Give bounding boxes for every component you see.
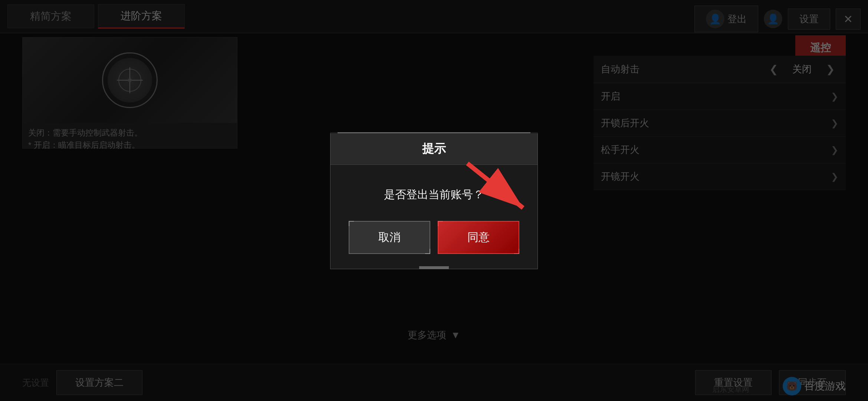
modal-message: 是否登出当前账号？ [345,187,523,202]
modal-cancel-button[interactable]: 取消 [349,221,430,254]
modal-notch-bottom [419,266,449,269]
modal-overlay: 提示 是否登出当前账号？ 取消 同意 [0,0,868,401]
modal-buttons: 取消 同意 [345,221,523,254]
modal-confirm-button[interactable]: 同意 [438,221,519,254]
modal-body: 是否登出当前账号？ 取消 同意 [331,165,537,269]
modal-header: 提示 [331,133,537,165]
modal-title: 提示 [422,142,446,155]
modal-dialog: 提示 是否登出当前账号？ 取消 同意 [330,132,538,269]
